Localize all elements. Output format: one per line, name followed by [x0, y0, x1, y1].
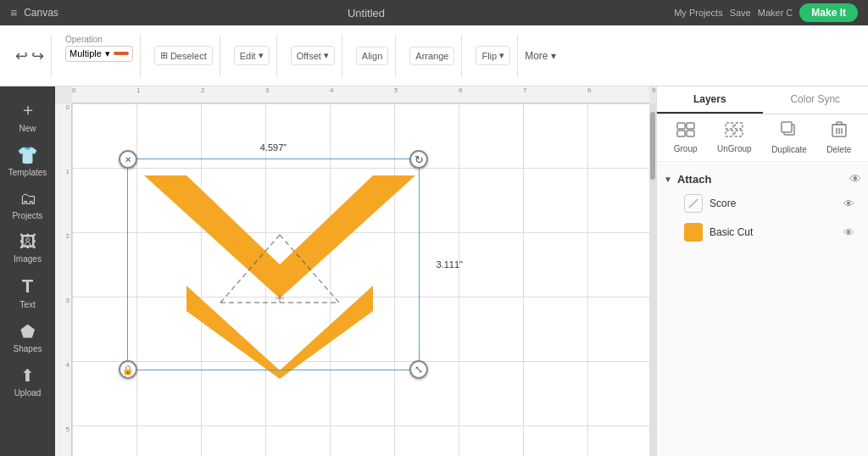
ruler-top-tick-5: 5	[394, 86, 398, 94]
basic-cut-eye-icon[interactable]: 👁	[843, 226, 854, 239]
flip-label: Flip	[481, 51, 497, 61]
redo-button[interactable]: ↪	[31, 47, 44, 65]
ruler-top-tick-0: 0	[72, 86, 75, 94]
toolbar: ↩ ↪ Operation Multiple ▾ ⊞ Deselect Edit…	[0, 25, 868, 86]
edit-button[interactable]: Edit ▾	[234, 46, 270, 65]
sidebar-item-templates[interactable]: 👕 Templates	[4, 140, 52, 182]
ruler-left-tick-2: 2	[66, 232, 70, 240]
deselect-section: ⊞ Deselect	[147, 35, 220, 77]
undo-button[interactable]: ↩	[15, 47, 28, 65]
operation-select[interactable]: Multiple ▾	[65, 46, 133, 62]
arrange-button[interactable]: Arrange	[409, 47, 454, 65]
right-panel: Layers Color Sync Group	[656, 86, 868, 456]
lock-icon: 🔒	[122, 364, 134, 375]
ruler-top-tick-7: 7	[523, 86, 526, 94]
flip-button[interactable]: Flip ▾	[476, 46, 510, 65]
ruler-top-tick-1: 1	[136, 86, 140, 94]
layer-item-basic-cut[interactable]: Basic Cut 👁	[677, 218, 861, 247]
svg-rect-7	[677, 131, 685, 136]
handle-lock[interactable]: 🔒	[119, 360, 137, 379]
svg-rect-8	[687, 131, 694, 136]
edit-section: Edit ▾	[227, 35, 277, 77]
templates-icon: 👕	[17, 145, 38, 165]
ruler-top-tick-6: 6	[459, 86, 462, 94]
handle-rotate[interactable]: ↻	[409, 150, 428, 169]
deselect-label: Deselect	[170, 51, 207, 61]
delete-button[interactable]: Delete	[826, 121, 851, 154]
resize-icon: ⤡	[415, 364, 423, 375]
score-swatch	[684, 194, 703, 213]
sidebar-item-images[interactable]: 🖼 Images	[4, 227, 52, 269]
basic-cut-swatch	[684, 223, 703, 242]
sidebar-item-shapes[interactable]: ⬟ Shapes	[4, 316, 52, 359]
dimension-width-label: 4.597"	[260, 142, 287, 153]
duplicate-label: Duplicate	[771, 145, 807, 154]
svg-rect-12	[735, 131, 743, 136]
delete-label: Delete	[826, 145, 851, 154]
hamburger-icon[interactable]: ≡	[10, 6, 17, 19]
more-section: More ▾	[525, 50, 556, 62]
ruler-left-tick-0: 0	[66, 103, 70, 111]
ruler-top-tick-2: 2	[201, 86, 204, 94]
scrollbar-thumb	[650, 112, 655, 180]
shapes-icon: ⬟	[20, 321, 35, 342]
basic-cut-layer-name: Basic Cut	[709, 226, 837, 238]
sidebar-item-images-label: Images	[14, 254, 42, 264]
align-button[interactable]: Align	[356, 47, 388, 65]
flip-chevron-icon: ▾	[499, 50, 504, 61]
svg-rect-9	[726, 123, 733, 129]
operation-label: Operation	[65, 35, 103, 44]
tab-color-sync[interactable]: Color Sync	[763, 86, 869, 114]
ruler-top-tick-8: 8	[587, 86, 591, 94]
topbar-right: My Projects Save Maker C Make It	[674, 3, 858, 22]
operation-value: Multiple	[70, 48, 102, 58]
attach-group-title: Attach	[677, 173, 844, 186]
images-icon: 🖼	[19, 232, 36, 252]
canvas-scrollbar[interactable]	[649, 103, 656, 456]
my-projects-button[interactable]: My Projects	[674, 8, 722, 18]
layers-section: ▼ Attach 👁 Score 👁 Basic Cut 👁	[657, 162, 868, 253]
ungroup-button[interactable]: UnGroup	[717, 122, 752, 153]
edit-chevron-icon: ▾	[259, 50, 264, 61]
handle-resize[interactable]: ⤡	[409, 360, 428, 379]
operation-color-swatch	[114, 52, 129, 55]
group-button[interactable]: Group	[674, 122, 698, 153]
machine-selector[interactable]: Maker C	[758, 8, 793, 18]
topbar: ≡ Canvas Untitled My Projects Save Maker…	[0, 0, 868, 25]
save-button[interactable]: Save	[730, 8, 751, 18]
score-eye-icon[interactable]: 👁	[843, 197, 854, 210]
sidebar-item-text[interactable]: T Text	[4, 270, 52, 314]
panel-actions: Group UnGroup	[657, 114, 868, 162]
layer-group-attach[interactable]: ▼ Attach 👁	[664, 169, 861, 189]
deselect-icon: ⊞	[160, 50, 168, 61]
main-layout: ＋ New 👕 Templates 🗂 Projects 🖼 Images T …	[0, 86, 868, 456]
sidebar-item-upload[interactable]: ⬆ Upload	[4, 360, 52, 403]
make-it-button[interactable]: Make It	[799, 3, 858, 22]
svg-rect-10	[735, 123, 743, 129]
dimension-height-label: 3.111"	[437, 259, 463, 270]
sidebar-item-templates-label: Templates	[8, 168, 47, 177]
topbar-left: ≡ Canvas	[10, 6, 58, 19]
canvas-area[interactable]: 0 1 2 3 4 5 6 7 8 9 0 1 2 3 4 5	[55, 86, 656, 456]
left-sidebar: ＋ New 👕 Templates 🗂 Projects 🖼 Images T …	[0, 86, 55, 456]
duplicate-button[interactable]: Duplicate	[771, 121, 807, 154]
tab-layers[interactable]: Layers	[657, 86, 763, 114]
more-button[interactable]: More ▾	[525, 50, 556, 62]
score-layer-name: Score	[709, 197, 837, 209]
attach-group-eye-icon[interactable]: 👁	[849, 172, 861, 186]
offset-chevron-icon: ▾	[324, 50, 329, 61]
close-icon: ✕	[125, 155, 131, 164]
sidebar-item-new[interactable]: ＋ New	[4, 93, 52, 138]
deselect-button[interactable]: ⊞ Deselect	[154, 46, 213, 65]
handle-close[interactable]: ✕	[119, 150, 137, 169]
layer-item-score[interactable]: Score 👁	[677, 189, 861, 218]
sidebar-item-projects[interactable]: 🗂 Projects	[4, 184, 52, 225]
topbar-title: Untitled	[348, 7, 385, 19]
selection-box[interactable]: 4.597" 3.111" ✕ ↻ 🔒 ⤡	[127, 158, 420, 370]
canvas-label: Canvas	[24, 7, 58, 19]
attach-group-arrow-icon: ▼	[664, 175, 672, 184]
offset-button[interactable]: Offset ▾	[291, 46, 335, 65]
ruler-top-tick-9: 9	[652, 86, 655, 94]
arrange-section: Arrange	[403, 35, 462, 77]
svg-rect-11	[726, 131, 733, 136]
